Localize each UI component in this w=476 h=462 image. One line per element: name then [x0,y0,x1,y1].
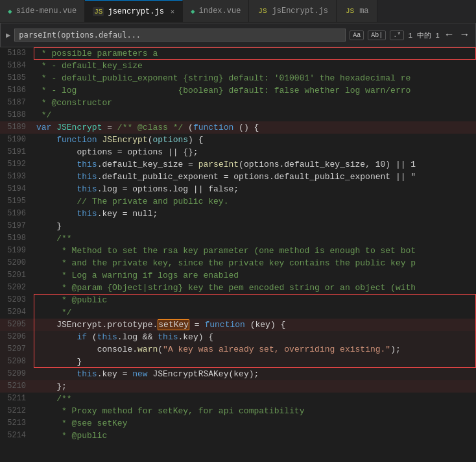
find-count: 1 中的 1 [408,30,439,40]
find-text: parseInt(options.defaul... [19,30,141,40]
tab-bar: ◆ side-menu.vue JS jsencrypt.js ✕ ◆ inde… [0,0,476,23]
find-expand-icon[interactable]: ▶ [6,30,10,40]
tab-index[interactable]: ◆ index.vue [183,0,249,23]
tab-jsencrypt2[interactable]: JS jsEncrypt.js [249,0,337,23]
code-line-5202: 5202 * @param {Object|string} key the pe… [0,282,476,294]
code-line-5201: 5201 * Log a warning if logs are enabled [0,269,476,282]
tab-side-menu[interactable]: ◆ side-menu.vue [0,0,85,23]
tab-ma[interactable]: JS ma [337,0,377,23]
code-line-5204: 5204 */ [0,306,476,319]
code-line-5189: 5189 var JSEncrypt = /** @class */ (func… [0,121,476,134]
tab-label: side-menu.vue [16,6,77,16]
code-line-5203: 5203 * @public [0,294,476,306]
code-line-5185: 5185 * - default_public_exponent {string… [0,72,476,84]
code-line-5209: 5209 this.key = new JSEncryptRSAKey(key)… [0,368,476,380]
editor-container: ◆ side-menu.vue JS jsencrypt.js ✕ ◆ inde… [0,0,476,461]
tab-label: index.vue [199,6,241,16]
code-line-5206: 5206 if (this.log && this.key) { [0,331,476,343]
code-line-5211: 5211 /** [0,393,476,405]
code-line-5190: 5190 function JSEncrypt(options) { [0,134,476,146]
vue-icon: ◆ [191,7,195,16]
vue-icon: ◆ [8,7,12,16]
js-icon: JS [344,6,355,16]
tab-jsencrypt[interactable]: JS jsencrypt.js ✕ [85,0,183,23]
code-line-5199: 5199 * Method to set the rsa key paramet… [0,245,476,257]
code-line-5198: 5198 /** [0,232,476,245]
tab-label: ma [359,6,368,16]
code-line-5191: 5191 options = options || {}; [0,146,476,158]
find-widget: ▶ parseInt(options.defaul... Aa Ab| .* 1… [0,23,476,47]
code-line-5207: 5207 console.warn("A key was already set… [0,343,476,356]
code-line-5197: 5197 } [0,220,476,232]
code-line-5196: 5196 this.key = null; [0,208,476,220]
tab-label: jsEncrypt.js [272,6,328,16]
code-line-5184: 5184 * - default_key_size [0,60,476,72]
code-editor: 5183 * possible parameters a 5184 * - de… [0,47,476,461]
code-line-5188: 5188 */ [0,109,476,121]
code-line-5194: 5194 this.log = options.log || false; [0,183,476,195]
close-tab-icon[interactable]: ✕ [171,8,174,16]
find-input-box: parseInt(options.defaul... [14,29,346,42]
code-line-5187: 5187 * @constructor [0,97,476,109]
tab-label: jsencrypt.js [108,7,163,16]
code-line-5205: 5205 JSEncrypt.prototype.setKey = functi… [0,319,476,331]
code-line-5208: 5208 } [0,356,476,368]
code-line-5195: 5195 // The private and public key. [0,195,476,208]
js-icon: JS [257,6,268,16]
find-next-btn[interactable]: → [458,29,470,41]
regex-btn[interactable]: .* [390,30,404,40]
code-line-5186: 5186 * - log {boolean} default: false wh… [0,84,476,97]
code-line-5214: 5214 * @public [0,430,476,442]
code-line-5200: 5200 * and the private key, since the pr… [0,257,476,269]
code-line-5183: 5183 * possible parameters a [0,47,476,60]
code-line-5193: 5193 this.default_public_exponent = opti… [0,171,476,183]
code-line-5210: 5210 }; [0,380,476,393]
case-sensitive-btn[interactable]: Aa [350,30,364,40]
code-line-5192: 5192 this.default_key_size = parseInt(op… [0,158,476,171]
code-line-5213: 5213 * @see setKey [0,417,476,430]
whole-word-btn[interactable]: Ab| [368,30,386,40]
code-line-5212: 5212 * Proxy method for setKey, for api … [0,405,476,417]
find-prev-btn[interactable]: ← [444,29,455,41]
js-icon: JS [93,7,104,16]
